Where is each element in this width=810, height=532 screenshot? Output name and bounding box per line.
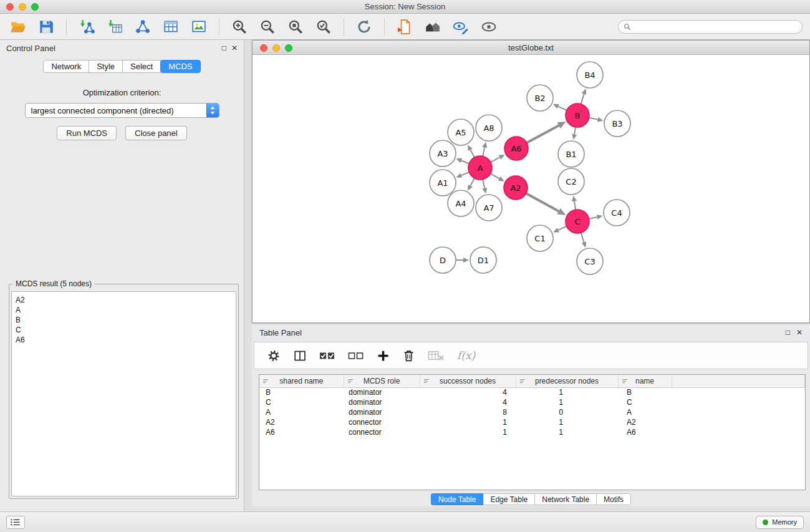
- table-cell[interactable]: dominator: [344, 407, 420, 417]
- column-header-predecessor-nodes[interactable]: predecessor nodes: [516, 375, 618, 387]
- search-input[interactable]: [634, 22, 797, 31]
- table-cell[interactable]: connector: [344, 427, 420, 437]
- open-session-button[interactable]: [7, 17, 29, 37]
- show-columns-button[interactable]: [293, 349, 307, 362]
- tab-edge-table[interactable]: Edge Table: [483, 493, 535, 505]
- network-canvas[interactable]: AA1A2A3A4A5A6A7A8BB1B2B3B4CC1C2C3C4DD1: [253, 55, 809, 322]
- table-cell[interactable]: dominator: [344, 387, 420, 397]
- zoom-network-window-button[interactable]: [285, 44, 292, 52]
- table-row[interactable]: A6connector11A6: [259, 427, 805, 437]
- apply-layout-button[interactable]: [354, 17, 375, 37]
- table-cell[interactable]: 1: [420, 417, 516, 427]
- tab-node-table[interactable]: Node Table: [431, 493, 484, 505]
- column-header-name[interactable]: name: [618, 375, 672, 387]
- delete-table-button[interactable]: [428, 349, 445, 362]
- tab-style[interactable]: Style: [89, 60, 123, 73]
- table-cell[interactable]: connector: [344, 417, 420, 427]
- table-cell[interactable]: A: [259, 407, 344, 417]
- column-header-mcds-role[interactable]: MCDS role: [344, 375, 420, 387]
- table-cell[interactable]: A6: [618, 427, 672, 437]
- import-network-button[interactable]: [76, 17, 97, 37]
- close-window-button[interactable]: [6, 3, 14, 11]
- table-cell[interactable]: 8: [420, 407, 516, 417]
- deselect-all-columns-button[interactable]: [348, 349, 364, 362]
- table-cell[interactable]: A6: [259, 427, 344, 437]
- table-row[interactable]: A2connector11A2: [259, 417, 805, 427]
- close-network-window-button[interactable]: [260, 44, 268, 52]
- zoom-in-button[interactable]: [229, 17, 250, 37]
- table-cell[interactable]: B: [618, 387, 672, 397]
- graph-edge[interactable]: [527, 125, 559, 143]
- zoom-selected-button[interactable]: [313, 17, 334, 37]
- new-network-button[interactable]: [132, 17, 153, 37]
- graph-edge[interactable]: [581, 233, 584, 242]
- show-hide-button[interactable]: [478, 17, 499, 37]
- column-header-shared-name[interactable]: shared name: [259, 375, 344, 387]
- table-cell[interactable]: 0: [516, 407, 618, 417]
- result-item[interactable]: B: [16, 315, 232, 325]
- table-cell[interactable]: A2: [259, 417, 344, 427]
- zoom-out-button[interactable]: [257, 17, 278, 37]
- table-cell[interactable]: 1: [516, 417, 618, 427]
- annotation-mode-button[interactable]: [450, 17, 471, 37]
- table-cell[interactable]: A: [618, 407, 672, 417]
- table-cell[interactable]: A2: [618, 417, 672, 427]
- float-control-panel-button[interactable]: □: [222, 44, 226, 52]
- graph-edge[interactable]: [574, 127, 576, 135]
- graph-edge[interactable]: [461, 160, 469, 163]
- table-cell[interactable]: C: [618, 397, 672, 407]
- graph-edge[interactable]: [558, 226, 566, 230]
- tab-network-table[interactable]: Network Table: [534, 493, 597, 505]
- criterion-dropdown[interactable]: largest connected component (directed): [25, 103, 219, 118]
- graph-edge[interactable]: [574, 201, 576, 210]
- table-settings-button[interactable]: [267, 349, 281, 362]
- table-cell[interactable]: B: [259, 387, 344, 397]
- table-cell[interactable]: 1: [516, 387, 618, 397]
- close-mcds-panel-button[interactable]: Close panel: [125, 126, 187, 140]
- result-item[interactable]: A2: [16, 295, 232, 305]
- result-item[interactable]: C: [16, 325, 232, 335]
- memory-button[interactable]: Memory: [756, 516, 804, 529]
- table-row[interactable]: Cdominator41C: [259, 397, 805, 407]
- float-table-panel-button[interactable]: □: [786, 329, 790, 336]
- table-row[interactable]: Bdominator41B: [259, 387, 805, 397]
- minimize-window-button[interactable]: [19, 3, 26, 11]
- graph-edge[interactable]: [470, 150, 475, 157]
- table-cell[interactable]: 1: [420, 427, 516, 437]
- graph-edge[interactable]: [483, 180, 485, 188]
- graph-edge[interactable]: [526, 193, 559, 211]
- graph-edge[interactable]: [470, 178, 475, 186]
- graph-edge[interactable]: [589, 118, 598, 120]
- table-cell[interactable]: 4: [420, 397, 516, 407]
- close-control-panel-button[interactable]: ✕: [231, 44, 238, 52]
- open-file-dialog-button[interactable]: [394, 17, 415, 37]
- task-history-button[interactable]: [6, 516, 25, 529]
- graph-edge[interactable]: [461, 172, 470, 175]
- graph-edge[interactable]: [589, 217, 597, 219]
- result-item[interactable]: A: [16, 305, 232, 315]
- import-table-button[interactable]: [104, 17, 125, 37]
- table-cell[interactable]: 1: [516, 397, 618, 407]
- table-cell[interactable]: 1: [516, 427, 618, 437]
- graph-edge[interactable]: [581, 94, 584, 104]
- tab-network[interactable]: Network: [43, 60, 89, 73]
- tab-mcds[interactable]: MCDS: [160, 60, 200, 73]
- graph-edge[interactable]: [491, 173, 499, 178]
- save-session-button[interactable]: [36, 17, 57, 37]
- graph-edge[interactable]: [483, 147, 485, 156]
- home-view-button[interactable]: [422, 17, 443, 37]
- search-box[interactable]: [618, 20, 803, 34]
- graph-edge[interactable]: [491, 157, 500, 162]
- table-cell[interactable]: dominator: [344, 397, 420, 407]
- column-header-successor-nodes[interactable]: successor nodes: [420, 375, 516, 387]
- zoom-fit-button[interactable]: [285, 17, 306, 37]
- tab-select[interactable]: Select: [122, 60, 161, 73]
- new-table-button[interactable]: [160, 17, 181, 37]
- create-column-button[interactable]: [377, 349, 390, 362]
- run-mcds-button[interactable]: Run MCDS: [57, 126, 117, 140]
- table-cell[interactable]: C: [259, 397, 344, 407]
- table-cell[interactable]: 4: [420, 387, 516, 397]
- export-image-button[interactable]: [188, 17, 210, 37]
- delete-column-button[interactable]: [402, 349, 415, 362]
- close-table-panel-button[interactable]: ✕: [796, 329, 803, 336]
